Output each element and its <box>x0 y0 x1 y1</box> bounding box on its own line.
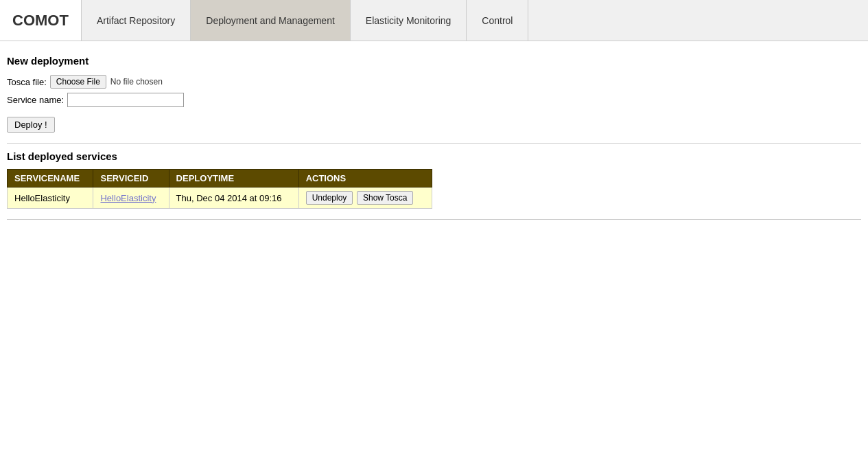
cell-deploy-time: Thu, Dec 04 2014 at 09:16 <box>169 188 298 209</box>
tosca-file-label: Tosca file: <box>7 77 47 87</box>
service-id-link[interactable]: HelloElasticity <box>100 193 156 203</box>
no-file-chosen-text: No file chosen <box>110 77 163 87</box>
col-header-deploytime: DEPLOYTIME <box>169 170 298 188</box>
new-deployment-title: New deployment <box>7 55 861 67</box>
service-name-row: Service name: <box>7 93 861 107</box>
main-content: New deployment Tosca file: Choose File N… <box>0 41 868 220</box>
table-row: HelloElasticity HelloElasticity Thu, Dec… <box>8 188 432 209</box>
bottom-divider <box>7 219 861 220</box>
cell-service-name: HelloElasticity <box>8 188 93 209</box>
services-table: SERVICENAME SERVICEID DEPLOYTIME ACTIONS… <box>7 169 432 209</box>
show-tosca-button[interactable]: Show Tosca <box>357 191 413 205</box>
new-deployment-section: New deployment Tosca file: Choose File N… <box>7 48 861 144</box>
nav-tabs: Artifact Repository Deployment and Manag… <box>82 0 529 41</box>
undeploy-button[interactable]: Undeploy <box>306 191 353 205</box>
tosca-file-row: Tosca file: Choose File No file chosen <box>7 75 861 89</box>
col-header-serviceid: SERVICEID <box>93 170 169 188</box>
header: COMOT Artifact Repository Deployment and… <box>0 0 868 41</box>
cell-service-id: HelloElasticity <box>93 188 169 209</box>
deploy-button[interactable]: Deploy ! <box>7 117 55 133</box>
service-name-input[interactable] <box>67 93 184 107</box>
col-header-servicename: SERVICENAME <box>8 170 93 188</box>
tab-artifact-repository[interactable]: Artifact Repository <box>82 0 191 41</box>
table-header-row: SERVICENAME SERVICEID DEPLOYTIME ACTIONS <box>8 170 432 188</box>
choose-file-button[interactable]: Choose File <box>50 75 106 89</box>
service-name-label: Service name: <box>7 95 64 105</box>
cell-actions: Undeploy Show Tosca <box>298 188 432 209</box>
logo: COMOT <box>0 0 82 41</box>
tab-deployment-management[interactable]: Deployment and Management <box>191 0 351 41</box>
tab-elasticity-monitoring[interactable]: Elasticity Monitoring <box>351 0 467 41</box>
list-services-title: List deployed services <box>7 150 861 162</box>
col-header-actions: ACTIONS <box>298 170 432 188</box>
file-input-wrapper: Choose File No file chosen <box>50 75 163 89</box>
list-services-section: List deployed services SERVICENAME SERVI… <box>7 144 861 219</box>
tab-control[interactable]: Control <box>467 0 528 41</box>
